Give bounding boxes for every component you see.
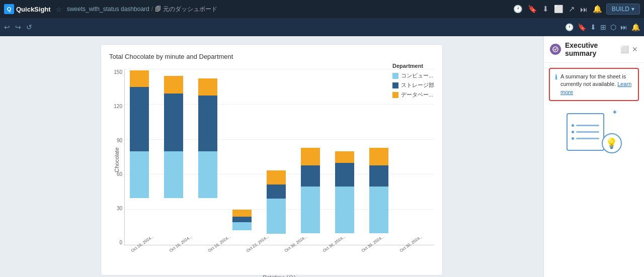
toolbar-export-icon[interactable]: ⬡ [610, 23, 616, 31]
exec-ai-icon [550, 44, 561, 55]
exec-close-icon[interactable]: ✕ [632, 45, 638, 53]
bars-area [124, 69, 434, 245]
fullscreen-icon[interactable]: ⬜ [554, 5, 564, 14]
build-label: BUILD [612, 6, 629, 13]
svg-rect-22 [369, 165, 388, 187]
exec-header: Executive summary ⬜ ✕ [544, 36, 644, 63]
share-icon[interactable]: ↗ [569, 5, 575, 14]
svg-rect-14 [267, 170, 286, 184]
svg-rect-1 [130, 87, 149, 151]
toolbar-bell-icon[interactable]: 🔔 [631, 23, 640, 31]
x-axis-title: Datetime (分) [124, 274, 434, 277]
exec-alert-message: A summary for the sheet is currently not… [560, 73, 626, 87]
logo-icon: Q [4, 4, 14, 14]
svg-rect-10 [232, 217, 252, 222]
bar-group-5 [267, 170, 286, 234]
y-label-0: 0 [119, 240, 122, 245]
exec-header-actions: ⬜ ✕ [620, 45, 638, 53]
svg-rect-17 [301, 148, 320, 165]
chart-inner: Chocolate 150 120 90 60 30 0 [109, 64, 434, 265]
svg-rect-13 [267, 184, 286, 199]
bar-group-1 [130, 70, 149, 198]
svg-rect-3 [164, 151, 183, 198]
toolbar-grid-icon[interactable]: ⊞ [600, 23, 606, 31]
toolbar-download-icon[interactable]: ⬇ [590, 23, 596, 31]
bar-group-3 [198, 78, 217, 198]
svg-rect-4 [164, 94, 183, 151]
svg-rect-15 [301, 187, 320, 233]
chart-area: Total Chocolate by minute and Department… [0, 36, 543, 277]
exec-illustration: 💡 ✦ [549, 108, 639, 153]
y-label-30: 30 [117, 206, 122, 211]
y-label-90: 90 [117, 138, 122, 143]
svg-rect-2 [130, 70, 149, 87]
svg-rect-6 [198, 151, 217, 198]
bookmark-icon[interactable]: 🔖 [528, 5, 537, 14]
svg-rect-20 [335, 151, 354, 163]
x-axis-labels: Oct 16, 2024... Oct 16, 2024... Oct 16, … [124, 249, 434, 254]
download-icon[interactable]: ⬇ [542, 5, 549, 14]
executive-summary-panel: Executive summary ⬜ ✕ ℹ A summary for th… [543, 36, 644, 277]
svg-rect-21 [369, 187, 388, 233]
topbar: Q QuickSight ☆ sweets_with_status dashbo… [0, 0, 644, 18]
bar-group-6 [301, 148, 320, 233]
skip-icon[interactable]: ⏭ [580, 5, 588, 14]
toolbar-right-icons: 🕐 🔖 ⬇ ⊞ ⬡ ⏭ 🔔 [565, 23, 640, 31]
toolbar-clock-icon[interactable]: 🕐 [565, 23, 574, 31]
redo-icon[interactable]: ↪ [15, 23, 21, 31]
svg-rect-5 [164, 76, 183, 94]
y-label-150: 150 [114, 69, 122, 75]
refresh-icon[interactable]: ↺ [26, 23, 32, 31]
breadcrumb-copy-icon: 🗐 [155, 6, 161, 13]
bar-group-7 [335, 151, 354, 233]
clock-icon[interactable]: 🕐 [513, 5, 523, 14]
chart-container: Total Chocolate by minute and Department… [101, 44, 443, 275]
build-arrow: ▾ [631, 6, 634, 13]
breadcrumb: sweets_with_status dashboard / 🗐 元のダッシュボ… [67, 5, 217, 14]
toolbar: ↩ ↪ ↺ 🕐 🔖 ⬇ ⊞ ⬡ ⏭ 🔔 [0, 18, 644, 36]
breadcrumb-sheet[interactable]: 元のダッシュボード [163, 5, 217, 14]
bars-svg [125, 69, 434, 245]
bar-group-2 [164, 76, 183, 198]
quicksight-logo: Q QuickSight [4, 4, 51, 14]
build-button[interactable]: BUILD ▾ [606, 4, 640, 15]
exec-alert-info-icon: ℹ [555, 73, 557, 81]
chart-plot-area: Oct 16, 2024... Oct 16, 2024... Oct 16, … [124, 64, 434, 265]
exec-alert-text: A summary for the sheet is currently not… [560, 73, 633, 96]
y-label-60: 60 [117, 171, 122, 177]
svg-rect-11 [232, 210, 252, 217]
svg-rect-12 [267, 199, 286, 234]
bell-icon[interactable]: 🔔 [593, 5, 602, 14]
svg-rect-0 [130, 151, 149, 198]
main-content: Total Chocolate by minute and Department… [0, 36, 644, 277]
topbar-icons: 🕐 🔖 ⬇ ⬜ ↗ ⏭ 🔔 [513, 5, 602, 14]
chart-title: Total Chocolate by minute and Department [109, 53, 434, 60]
svg-rect-23 [369, 148, 388, 165]
svg-rect-19 [335, 163, 354, 187]
undo-icon[interactable]: ↩ [4, 23, 10, 31]
y-label-120: 120 [114, 104, 122, 109]
svg-rect-16 [301, 165, 320, 187]
app-name: QuickSight [16, 6, 51, 13]
illustration-container: 💡 ✦ [567, 108, 622, 153]
star-icon[interactable]: ☆ [56, 6, 62, 13]
illustration-document [567, 113, 604, 151]
breadcrumb-sep1: / [151, 6, 153, 13]
toolbar-end-icon[interactable]: ⏭ [620, 23, 627, 31]
exec-alert-box: ℹ A summary for the sheet is currently n… [549, 68, 639, 101]
exec-title: Executive summary [565, 41, 616, 57]
svg-rect-18 [335, 187, 354, 233]
exec-expand-icon[interactable]: ⬜ [620, 45, 629, 53]
bar-group-8 [369, 148, 388, 233]
breadcrumb-dashboard[interactable]: sweets_with_status dashboard [67, 6, 149, 13]
svg-rect-8 [198, 78, 217, 96]
svg-rect-7 [198, 96, 217, 151]
illustration-bulb: 💡 [602, 133, 622, 153]
y-axis-title: Chocolate [114, 147, 120, 172]
toolbar-bookmark-icon[interactable]: 🔖 [578, 23, 586, 31]
exec-body: ℹ A summary for the sheet is currently n… [544, 63, 644, 277]
illustration-spark: ✦ [612, 108, 618, 116]
bar-group-4 [232, 210, 252, 230]
toolbar-left-icons: ↩ ↪ ↺ [4, 23, 32, 31]
